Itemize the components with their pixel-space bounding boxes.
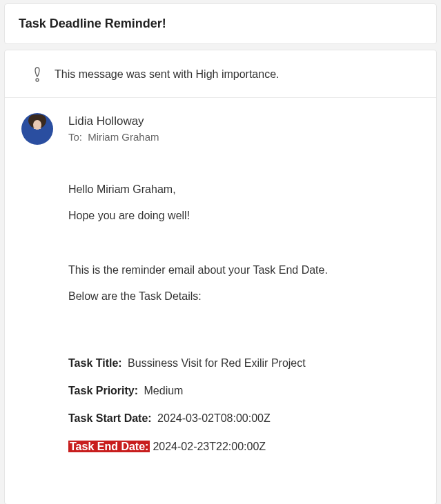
svg-point-0 [36, 79, 39, 81]
task-priority-line: Task Priority: Medium [68, 383, 421, 399]
email-body: Hello Miriam Graham, Hope you are doing … [5, 150, 436, 474]
message-meta: Lidia Holloway To: Miriam Graham [5, 98, 436, 150]
importance-text: This message was sent with High importan… [55, 68, 279, 81]
body-line-4: Below are the Task Details: [68, 289, 421, 304]
importance-bar: This message was sent with High importan… [5, 50, 436, 98]
task-start-label: Task Start Date: [68, 412, 152, 424]
sender-name[interactable]: Lidia Holloway [68, 114, 159, 128]
to-label: To: [68, 131, 82, 143]
body-line-2: Hope you are doing well! [68, 208, 421, 223]
task-title-label: Task Title: [68, 357, 122, 369]
task-end-line: Task End Date:2024-02-23T22:00:00Z [68, 439, 421, 454]
task-start-line: Task Start Date: 2024-03-02T08:00:00Z [68, 411, 421, 426]
task-title-value: Bussiness Visit for Red Exilir Project [128, 357, 306, 369]
importance-icon [32, 67, 42, 82]
greeting-line: Hello Miriam Graham, [68, 182, 421, 197]
task-end-value: 2024-02-23T22:00:00Z [153, 441, 266, 452]
email-message-card: This message was sent with High importan… [4, 50, 437, 504]
task-priority-label: Task Priority: [68, 385, 138, 396]
avatar[interactable] [21, 113, 53, 145]
task-end-label: Task End Date: [68, 441, 150, 452]
recipient-line: To: Miriam Graham [68, 131, 159, 143]
task-priority-value: Medium [144, 385, 184, 396]
email-subject: Task Deadline Reminder! [19, 17, 422, 31]
body-line-3: This is the reminder email about your Ta… [68, 263, 421, 278]
email-header-card: Task Deadline Reminder! [4, 3, 437, 44]
task-start-value: 2024-03-02T08:00:00Z [157, 412, 271, 424]
recipient-name[interactable]: Miriam Graham [88, 131, 159, 143]
task-title-line: Task Title: Bussiness Visit for Red Exil… [68, 356, 421, 371]
sender-block: Lidia Holloway To: Miriam Graham [68, 113, 159, 143]
